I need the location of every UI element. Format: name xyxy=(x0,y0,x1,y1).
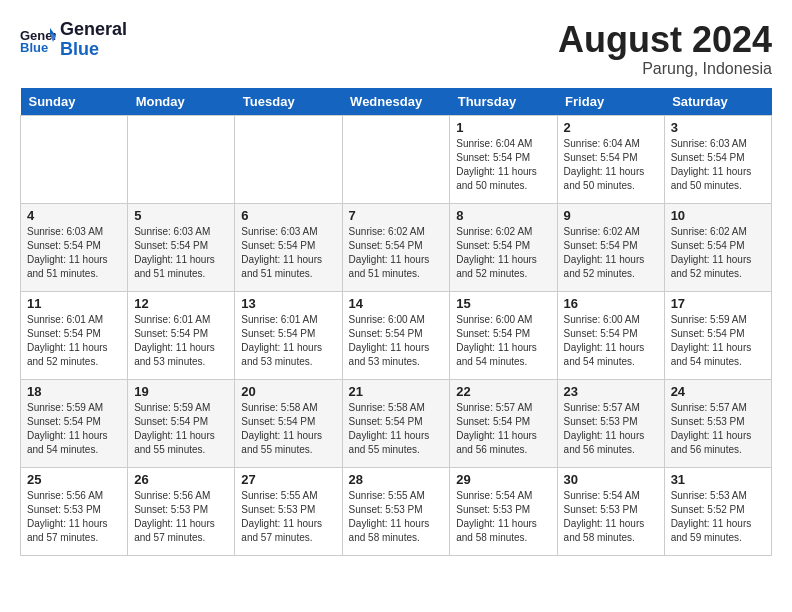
day-info: Sunrise: 5:57 AMSunset: 5:53 PMDaylight:… xyxy=(671,401,765,457)
day-info: Sunrise: 6:00 AMSunset: 5:54 PMDaylight:… xyxy=(349,313,444,369)
calendar-table: SundayMondayTuesdayWednesdayThursdayFrid… xyxy=(20,88,772,556)
logo-text-general: General xyxy=(60,20,127,40)
day-number: 13 xyxy=(241,296,335,311)
day-number: 8 xyxy=(456,208,550,223)
calendar-cell: 23 Sunrise: 5:57 AMSunset: 5:53 PMDaylig… xyxy=(557,379,664,467)
calendar-cell xyxy=(235,115,342,203)
calendar-cell: 16 Sunrise: 6:00 AMSunset: 5:54 PMDaylig… xyxy=(557,291,664,379)
calendar-cell: 10 Sunrise: 6:02 AMSunset: 5:54 PMDaylig… xyxy=(664,203,771,291)
day-info: Sunrise: 6:01 AMSunset: 5:54 PMDaylight:… xyxy=(134,313,228,369)
calendar-cell: 30 Sunrise: 5:54 AMSunset: 5:53 PMDaylig… xyxy=(557,467,664,555)
calendar-cell: 29 Sunrise: 5:54 AMSunset: 5:53 PMDaylig… xyxy=(450,467,557,555)
day-number: 18 xyxy=(27,384,121,399)
day-number: 24 xyxy=(671,384,765,399)
calendar-cell: 11 Sunrise: 6:01 AMSunset: 5:54 PMDaylig… xyxy=(21,291,128,379)
day-number: 5 xyxy=(134,208,228,223)
day-info: Sunrise: 6:02 AMSunset: 5:54 PMDaylight:… xyxy=(671,225,765,281)
day-info: Sunrise: 5:54 AMSunset: 5:53 PMDaylight:… xyxy=(564,489,658,545)
week-row-3: 11 Sunrise: 6:01 AMSunset: 5:54 PMDaylig… xyxy=(21,291,772,379)
day-number: 1 xyxy=(456,120,550,135)
day-info: Sunrise: 5:59 AMSunset: 5:54 PMDaylight:… xyxy=(671,313,765,369)
calendar-cell: 12 Sunrise: 6:01 AMSunset: 5:54 PMDaylig… xyxy=(128,291,235,379)
week-row-4: 18 Sunrise: 5:59 AMSunset: 5:54 PMDaylig… xyxy=(21,379,772,467)
day-info: Sunrise: 5:56 AMSunset: 5:53 PMDaylight:… xyxy=(27,489,121,545)
day-number: 10 xyxy=(671,208,765,223)
day-number: 15 xyxy=(456,296,550,311)
calendar-cell xyxy=(128,115,235,203)
day-info: Sunrise: 6:03 AMSunset: 5:54 PMDaylight:… xyxy=(241,225,335,281)
calendar-header-row: SundayMondayTuesdayWednesdayThursdayFrid… xyxy=(21,88,772,116)
calendar-cell: 24 Sunrise: 5:57 AMSunset: 5:53 PMDaylig… xyxy=(664,379,771,467)
calendar-cell: 15 Sunrise: 6:00 AMSunset: 5:54 PMDaylig… xyxy=(450,291,557,379)
day-info: Sunrise: 6:04 AMSunset: 5:54 PMDaylight:… xyxy=(456,137,550,193)
day-number: 16 xyxy=(564,296,658,311)
day-info: Sunrise: 5:55 AMSunset: 5:53 PMDaylight:… xyxy=(241,489,335,545)
day-info: Sunrise: 6:01 AMSunset: 5:54 PMDaylight:… xyxy=(27,313,121,369)
day-number: 11 xyxy=(27,296,121,311)
calendar-cell: 28 Sunrise: 5:55 AMSunset: 5:53 PMDaylig… xyxy=(342,467,450,555)
header-thursday: Thursday xyxy=(450,88,557,116)
calendar-cell: 4 Sunrise: 6:03 AMSunset: 5:54 PMDayligh… xyxy=(21,203,128,291)
day-number: 20 xyxy=(241,384,335,399)
calendar-cell: 1 Sunrise: 6:04 AMSunset: 5:54 PMDayligh… xyxy=(450,115,557,203)
calendar-cell xyxy=(21,115,128,203)
calendar-cell: 8 Sunrise: 6:02 AMSunset: 5:54 PMDayligh… xyxy=(450,203,557,291)
day-number: 7 xyxy=(349,208,444,223)
logo-icon: General Blue xyxy=(20,26,56,54)
day-info: Sunrise: 5:59 AMSunset: 5:54 PMDaylight:… xyxy=(27,401,121,457)
day-info: Sunrise: 5:53 AMSunset: 5:52 PMDaylight:… xyxy=(671,489,765,545)
calendar-cell: 17 Sunrise: 5:59 AMSunset: 5:54 PMDaylig… xyxy=(664,291,771,379)
day-number: 14 xyxy=(349,296,444,311)
day-number: 12 xyxy=(134,296,228,311)
day-info: Sunrise: 5:57 AMSunset: 5:53 PMDaylight:… xyxy=(564,401,658,457)
calendar-cell: 3 Sunrise: 6:03 AMSunset: 5:54 PMDayligh… xyxy=(664,115,771,203)
day-number: 29 xyxy=(456,472,550,487)
calendar-cell: 27 Sunrise: 5:55 AMSunset: 5:53 PMDaylig… xyxy=(235,467,342,555)
day-info: Sunrise: 5:58 AMSunset: 5:54 PMDaylight:… xyxy=(241,401,335,457)
calendar-cell xyxy=(342,115,450,203)
day-number: 25 xyxy=(27,472,121,487)
day-number: 30 xyxy=(564,472,658,487)
title-area: August 2024 Parung, Indonesia xyxy=(558,20,772,78)
header-sunday: Sunday xyxy=(21,88,128,116)
header-monday: Monday xyxy=(128,88,235,116)
day-info: Sunrise: 6:03 AMSunset: 5:54 PMDaylight:… xyxy=(27,225,121,281)
day-info: Sunrise: 6:02 AMSunset: 5:54 PMDaylight:… xyxy=(349,225,444,281)
header-friday: Friday xyxy=(557,88,664,116)
day-info: Sunrise: 5:54 AMSunset: 5:53 PMDaylight:… xyxy=(456,489,550,545)
day-number: 28 xyxy=(349,472,444,487)
calendar-cell: 26 Sunrise: 5:56 AMSunset: 5:53 PMDaylig… xyxy=(128,467,235,555)
week-row-2: 4 Sunrise: 6:03 AMSunset: 5:54 PMDayligh… xyxy=(21,203,772,291)
day-info: Sunrise: 6:02 AMSunset: 5:54 PMDaylight:… xyxy=(456,225,550,281)
day-number: 17 xyxy=(671,296,765,311)
day-number: 27 xyxy=(241,472,335,487)
day-number: 3 xyxy=(671,120,765,135)
day-info: Sunrise: 5:59 AMSunset: 5:54 PMDaylight:… xyxy=(134,401,228,457)
day-number: 9 xyxy=(564,208,658,223)
day-number: 6 xyxy=(241,208,335,223)
calendar-cell: 20 Sunrise: 5:58 AMSunset: 5:54 PMDaylig… xyxy=(235,379,342,467)
day-number: 23 xyxy=(564,384,658,399)
calendar-cell: 22 Sunrise: 5:57 AMSunset: 5:54 PMDaylig… xyxy=(450,379,557,467)
calendar-cell: 18 Sunrise: 5:59 AMSunset: 5:54 PMDaylig… xyxy=(21,379,128,467)
calendar-cell: 2 Sunrise: 6:04 AMSunset: 5:54 PMDayligh… xyxy=(557,115,664,203)
day-info: Sunrise: 5:55 AMSunset: 5:53 PMDaylight:… xyxy=(349,489,444,545)
calendar-cell: 31 Sunrise: 5:53 AMSunset: 5:52 PMDaylig… xyxy=(664,467,771,555)
page-header: General Blue General Blue August 2024 Pa… xyxy=(20,20,772,78)
day-info: Sunrise: 5:56 AMSunset: 5:53 PMDaylight:… xyxy=(134,489,228,545)
calendar-cell: 9 Sunrise: 6:02 AMSunset: 5:54 PMDayligh… xyxy=(557,203,664,291)
header-saturday: Saturday xyxy=(664,88,771,116)
header-wednesday: Wednesday xyxy=(342,88,450,116)
day-info: Sunrise: 6:00 AMSunset: 5:54 PMDaylight:… xyxy=(564,313,658,369)
day-info: Sunrise: 6:01 AMSunset: 5:54 PMDaylight:… xyxy=(241,313,335,369)
calendar-cell: 6 Sunrise: 6:03 AMSunset: 5:54 PMDayligh… xyxy=(235,203,342,291)
day-number: 31 xyxy=(671,472,765,487)
week-row-1: 1 Sunrise: 6:04 AMSunset: 5:54 PMDayligh… xyxy=(21,115,772,203)
day-number: 19 xyxy=(134,384,228,399)
day-number: 2 xyxy=(564,120,658,135)
day-number: 21 xyxy=(349,384,444,399)
calendar-cell: 21 Sunrise: 5:58 AMSunset: 5:54 PMDaylig… xyxy=(342,379,450,467)
calendar-cell: 14 Sunrise: 6:00 AMSunset: 5:54 PMDaylig… xyxy=(342,291,450,379)
month-title: August 2024 xyxy=(558,20,772,60)
day-info: Sunrise: 6:04 AMSunset: 5:54 PMDaylight:… xyxy=(564,137,658,193)
